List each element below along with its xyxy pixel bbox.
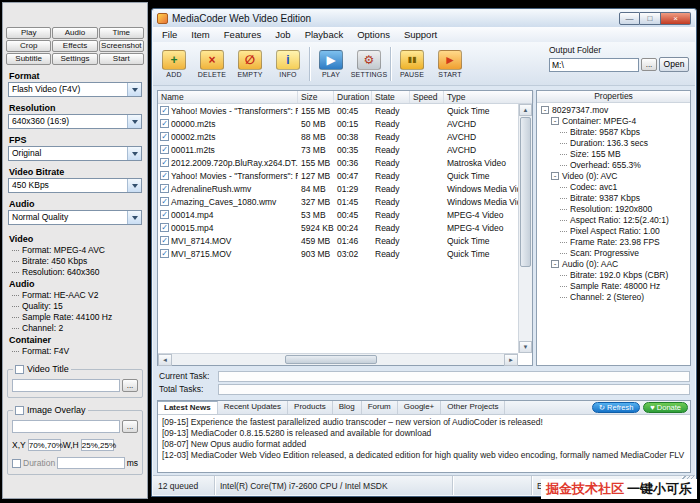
row-checkbox[interactable]: ✓ <box>160 197 169 206</box>
horizontal-scroll-track[interactable] <box>172 354 504 365</box>
format-dropdown[interactable]: Flash Video (F4V) <box>8 82 142 97</box>
table-row[interactable]: ✓00015.mp45924 KB00:24ReadyMPEG-4 Video <box>158 221 518 234</box>
news-tab-google-[interactable]: Google+ <box>398 401 441 414</box>
table-row[interactable]: ✓00002.m2ts88 MB00:38ReadyAVCHD <box>158 130 518 143</box>
tree-collapse-icon[interactable]: - <box>541 106 549 114</box>
table-row[interactable]: ✓AdrenalineRush.wmv84 MB01:29ReadyWindow… <box>158 182 518 195</box>
vertical-scrollbar[interactable]: ▲ ▼ <box>518 104 532 353</box>
left-button-audio[interactable]: Audio <box>52 27 97 39</box>
vertical-scroll-thumb[interactable] <box>520 117 531 267</box>
left-button-crop[interactable]: Crop <box>6 40 51 52</box>
row-checkbox[interactable]: ✓ <box>160 145 169 154</box>
row-checkbox[interactable]: ✓ <box>160 223 169 232</box>
left-button-time[interactable]: Time <box>99 27 144 39</box>
news-tab-latest-news[interactable]: Latest News <box>158 401 218 414</box>
news-item[interactable]: [12-03] MediaCoder Web Video Edition rel… <box>162 450 686 461</box>
toolbar-play-button[interactable]: ▶PLAY <box>312 44 350 84</box>
row-checkbox[interactable]: ✓ <box>160 119 169 128</box>
video-bitrate-dropdown-button[interactable] <box>127 179 141 192</box>
row-checkbox[interactable]: ✓ <box>160 158 169 167</box>
menu-item[interactable]: Item <box>184 28 216 42</box>
column-header-name[interactable]: Name <box>158 91 298 103</box>
table-row[interactable]: ✓MVI_8715.MOV903 MB03:02ReadyQuick Time <box>158 247 518 260</box>
news-tab-recent-updates[interactable]: Recent Updates <box>218 401 288 414</box>
table-row[interactable]: ✓Yahoo! Movies - "Transformers": R...127… <box>158 169 518 182</box>
row-checkbox[interactable]: ✓ <box>160 184 169 193</box>
image-overlay-checkbox[interactable] <box>15 406 24 415</box>
row-checkbox[interactable]: ✓ <box>160 132 169 141</box>
column-header-state[interactable]: State <box>372 91 410 103</box>
format-dropdown-button[interactable] <box>127 83 141 96</box>
image-overlay-path-input[interactable] <box>12 420 120 433</box>
toolbar-pause-button[interactable]: ▮▮PAUSE <box>393 44 431 84</box>
audio-dropdown[interactable]: Normal Quality <box>8 210 142 225</box>
video-title-browse-button[interactable]: ... <box>122 379 138 392</box>
news-item[interactable]: [08-07] New Opus audio format added <box>162 439 686 450</box>
menu-features[interactable]: Features <box>217 28 269 42</box>
fps-dropdown-button[interactable] <box>127 147 141 160</box>
news-item[interactable]: [09-15] Experience the fastest paralleli… <box>162 417 686 428</box>
scroll-right-button[interactable]: ► <box>504 354 518 366</box>
menu-job[interactable]: Job <box>268 28 297 42</box>
column-header-type[interactable]: Type <box>444 91 534 103</box>
tree-collapse-icon[interactable]: - <box>551 172 559 180</box>
left-button-start[interactable]: Start <box>99 53 144 65</box>
toolbar-add-button[interactable]: +ADD <box>155 44 193 84</box>
vertical-scroll-track[interactable] <box>519 116 532 341</box>
resolution-dropdown-button[interactable] <box>127 115 141 128</box>
maximize-button[interactable]: □ <box>640 12 661 25</box>
tree-collapse-icon[interactable]: - <box>551 117 559 125</box>
donate-button[interactable]: ♥ Donate <box>643 402 688 413</box>
news-tab-blog[interactable]: Blog <box>333 401 362 414</box>
audio-dropdown-button[interactable] <box>127 211 141 224</box>
properties-group-container[interactable]: -Container: MPEG-4 <box>540 116 689 127</box>
horizontal-scroll-thumb[interactable] <box>285 355 377 364</box>
news-tab-other-projects[interactable]: Other Projects <box>441 401 505 414</box>
video-title-input[interactable] <box>12 379 120 392</box>
open-folder-button[interactable]: Open <box>659 57 689 72</box>
properties-root[interactable]: -80297347.mov <box>540 105 689 116</box>
video-bitrate-dropdown[interactable]: 450 KBps <box>8 178 142 193</box>
tree-collapse-icon[interactable]: - <box>551 260 559 268</box>
output-folder-input[interactable]: M:\ <box>549 58 639 72</box>
table-row[interactable]: ✓00011.m2ts73 MB00:35ReadyAVCHD <box>158 143 518 156</box>
table-row[interactable]: ✓Amazing_Caves_1080.wmv327 MB01:45ReadyW… <box>158 195 518 208</box>
output-folder-browse-button[interactable]: ... <box>641 58 657 71</box>
news-tab-products[interactable]: Products <box>288 401 333 414</box>
menu-options[interactable]: Options <box>350 28 397 42</box>
toolbar-delete-button[interactable]: ×DELETE <box>193 44 231 84</box>
video-title-checkbox[interactable] <box>15 365 24 374</box>
row-checkbox[interactable]: ✓ <box>160 249 169 258</box>
left-button-play[interactable]: Play <box>6 27 51 39</box>
title-bar[interactable]: MediaCoder Web Video Edition — □ × <box>153 10 695 27</box>
row-checkbox[interactable]: ✓ <box>160 210 169 219</box>
left-button-subtitle[interactable]: Subtitle <box>6 53 51 65</box>
fps-dropdown[interactable]: Original <box>8 146 142 161</box>
table-row[interactable]: ✓MVI_8714.MOV459 MB01:46ReadyQuick Time <box>158 234 518 247</box>
row-checkbox[interactable]: ✓ <box>160 171 169 180</box>
left-button-effects[interactable]: Effects <box>52 40 97 52</box>
menu-file[interactable]: File <box>155 28 184 42</box>
refresh-button[interactable]: ↻ Refresh <box>592 402 641 413</box>
row-checkbox[interactable]: ✓ <box>160 106 169 115</box>
menu-support[interactable]: Support <box>397 28 444 42</box>
left-button-settings[interactable]: Settings <box>52 53 97 65</box>
toolbar-empty-button[interactable]: ∅EMPTY <box>231 44 269 84</box>
table-row[interactable]: ✓00014.mp453 MB00:45ReadyMPEG-4 Video <box>158 208 518 221</box>
image-overlay-browse-button[interactable]: ... <box>122 420 138 433</box>
table-row[interactable]: ✓Yahoo! Movies - "Transformers": R...155… <box>158 104 518 117</box>
table-row[interactable]: ✓00000.m2ts50 MB00:15ReadyAVCHD <box>158 117 518 130</box>
row-checkbox[interactable]: ✓ <box>160 236 169 245</box>
scroll-left-button[interactable]: ◄ <box>158 354 172 366</box>
horizontal-scrollbar[interactable]: ◄ ► <box>158 353 518 365</box>
menu-playback[interactable]: Playback <box>298 28 351 42</box>
properties-group-video-0-[interactable]: -Video (0): AVC <box>540 171 689 182</box>
overlay-wh-input[interactable]: 25%,25% <box>81 439 114 451</box>
close-button[interactable]: × <box>661 12 691 25</box>
minimize-button[interactable]: — <box>619 12 640 25</box>
left-button-screenshot[interactable]: Screenshot <box>99 40 144 52</box>
column-header-duration[interactable]: Duration <box>334 91 372 103</box>
toolbar-info-button[interactable]: iINFO <box>269 44 307 84</box>
news-tab-forum[interactable]: Forum <box>362 401 398 414</box>
table-row[interactable]: ✓2012.2009.720p.BluRay.x264.DT...155 MB0… <box>158 156 518 169</box>
